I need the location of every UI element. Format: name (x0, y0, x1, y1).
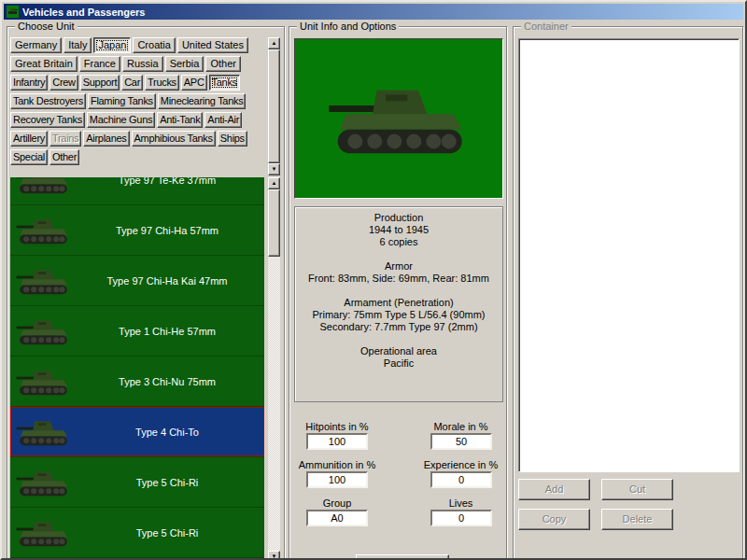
copy-button: Copy (518, 509, 590, 530)
category-button-support[interactable]: Support (80, 75, 120, 91)
country-button-other-country[interactable]: Other (205, 56, 241, 72)
category-button-mineclearing-tanks[interactable]: Mineclearing Tanks (158, 93, 247, 109)
tank-sprite-icon (16, 266, 70, 296)
unit-list-item[interactable]: Type 1 Chi-He 57mm (10, 306, 264, 357)
country-button-serbia[interactable]: Serbia (165, 56, 204, 72)
armor-title: Armor (295, 260, 502, 273)
category-button-airplanes[interactable]: Airplanes (83, 131, 129, 147)
country-button-france[interactable]: France (79, 56, 120, 72)
category-button-infantry[interactable]: Infantry (10, 75, 48, 91)
category-button-tanks[interactable]: Tanks (209, 75, 240, 91)
unit-item-label: Type 5 Chi-Ri (70, 527, 264, 539)
unit-list-item[interactable]: Type 97 Te-Ke 37mm (10, 177, 264, 205)
country-button-croatia[interactable]: Croatia (133, 37, 175, 53)
unit-list-scrollbar[interactable]: ▲ ▼ (268, 177, 280, 560)
unit-info-group-label: Unit Info and Options (297, 21, 399, 32)
category-button-amphibious-tanks[interactable]: Amphibious Tanks (132, 131, 216, 147)
window-title: Vehicles and Passengers (22, 7, 145, 18)
armament-primary: Primary: 75mm Type 5 L/56.4 (90mm) (295, 309, 502, 321)
category-button-tank-destroyers[interactable]: Tank Destroyers (10, 93, 86, 109)
app-icon (7, 6, 19, 18)
choose-unit-group: Choose Unit Germany Italy Japan Croatia … (7, 26, 285, 560)
add-button: Add (518, 479, 590, 500)
category-button-anti-air[interactable]: Anti-Air (204, 112, 242, 128)
lives-input[interactable] (430, 510, 492, 526)
ammunition-label: Ammunition in % (289, 459, 385, 470)
container-listbox[interactable] (518, 38, 740, 472)
category-button-artillery[interactable]: Artillery (10, 131, 48, 147)
unit-item-label: Type 97 Chi-Ha Kai 47mm (70, 275, 264, 287)
category-button-recovery-tanks[interactable]: Recovery Tanks (10, 112, 85, 128)
bottom-partial-button[interactable] (356, 554, 449, 560)
unit-preview-image (294, 38, 503, 199)
category-button-flaming-tanks[interactable]: Flaming Tanks (88, 93, 156, 109)
filter-scrollbar[interactable]: ▲ ▼ (268, 37, 280, 175)
tank-sprite-icon (16, 216, 70, 245)
delete-button: Delete (601, 509, 673, 530)
lives-label: Lives (414, 497, 508, 509)
country-button-united-states[interactable]: United States (177, 37, 248, 53)
production-copies: 6 copies (295, 236, 502, 248)
experience-input[interactable] (430, 471, 492, 488)
unit-list-item[interactable]: Type 5 Chi-Ri (10, 457, 264, 508)
unit-item-label: Type 5 Chi-Ri (70, 477, 264, 488)
filter-scrollbar-thumb[interactable] (268, 49, 280, 163)
country-button-great-britain[interactable]: Great Britain (10, 56, 78, 72)
category-button-crew[interactable]: Crew (49, 75, 78, 91)
dialog-vehicles-and-passengers: Vehicles and Passengers Choose Unit Germ… (0, 0, 747, 560)
title-bar[interactable]: Vehicles and Passengers (4, 4, 743, 20)
unit-item-label: Type 97 Te-Ke 37mm (70, 177, 264, 186)
category-button-machine-guns[interactable]: Machine Guns (87, 112, 155, 128)
tank-sprite-icon (16, 518, 70, 548)
category-button-other-category[interactable]: Other (49, 149, 79, 165)
scroll-down-icon[interactable]: ▼ (268, 551, 280, 560)
category-button-anti-tank[interactable]: Anti-Tank (157, 112, 203, 128)
category-button-car[interactable]: Car (121, 75, 143, 91)
category-button-ships[interactable]: Ships (218, 131, 247, 147)
morale-label: Morale in % (414, 421, 508, 432)
production-years: 1944 to 1945 (295, 224, 502, 236)
tank-sprite-icon (16, 468, 70, 497)
unit-list-item[interactable]: Type 97 Chi-Ha Kai 47mm (10, 256, 264, 306)
operational-area-value: Pacific (295, 357, 502, 370)
unit-list-item[interactable]: Type 97 Chi-Ha 57mm (10, 205, 264, 256)
unit-list: Type 97 Te-Ke 37mm Type 97 Chi-Ha 57mm T… (10, 177, 264, 560)
unit-details-panel: Production 1944 to 1945 6 copies Armor F… (294, 206, 503, 402)
tank-sprite-icon (16, 177, 70, 195)
unit-item-label: Type 3 Chi-Nu 75mm (70, 376, 264, 387)
scroll-up-icon[interactable]: ▲ (268, 37, 280, 49)
cut-button: Cut (601, 479, 673, 500)
country-button-germany[interactable]: Germany (10, 37, 62, 53)
ammunition-input[interactable] (306, 471, 368, 488)
unit-item-label: Type 97 Chi-Ha 57mm (70, 225, 264, 236)
unit-item-label: Type 1 Chi-He 57mm (70, 326, 264, 337)
country-button-russia[interactable]: Russia (122, 56, 163, 72)
container-group: Container Add Cut Copy Delete (513, 26, 743, 560)
scroll-down-icon[interactable]: ▼ (268, 163, 280, 175)
tank-sprite-icon (16, 367, 70, 397)
unit-filter-buttons: Germany Italy Japan Croatia United State… (10, 37, 266, 168)
tank-sprite-icon (16, 417, 70, 447)
category-button-special[interactable]: Special (10, 149, 48, 165)
morale-input[interactable] (430, 433, 492, 450)
operational-area-title: Operational area (295, 345, 502, 357)
choose-unit-group-label: Choose Unit (15, 21, 78, 32)
category-button-apc[interactable]: APC (181, 75, 207, 91)
hitpoints-label: Hitpoints in % (289, 421, 385, 432)
unit-list-item-selected[interactable]: Type 4 Chi-To (10, 407, 264, 457)
country-button-italy[interactable]: Italy (63, 37, 92, 53)
unit-info-group: Unit Info and Options Production 1944 to… (289, 26, 507, 560)
tank-preview-icon (329, 79, 469, 158)
category-button-trucks[interactable]: Trucks (145, 75, 179, 91)
unit-list-scrollbar-thumb[interactable] (268, 189, 280, 257)
unit-list-item[interactable]: Type 5 Chi-Ri (10, 508, 264, 558)
group-input[interactable] (306, 510, 368, 526)
group-label: Group (289, 497, 385, 509)
tank-sprite-icon (16, 316, 70, 346)
scroll-up-icon[interactable]: ▲ (268, 177, 280, 189)
unit-list-item[interactable]: Type 3 Chi-Nu 75mm (10, 357, 264, 407)
container-group-label: Container (521, 21, 571, 32)
hitpoints-input[interactable] (306, 433, 368, 450)
category-button-trains: Trains (49, 131, 81, 147)
country-button-japan[interactable]: Japan (93, 37, 131, 53)
